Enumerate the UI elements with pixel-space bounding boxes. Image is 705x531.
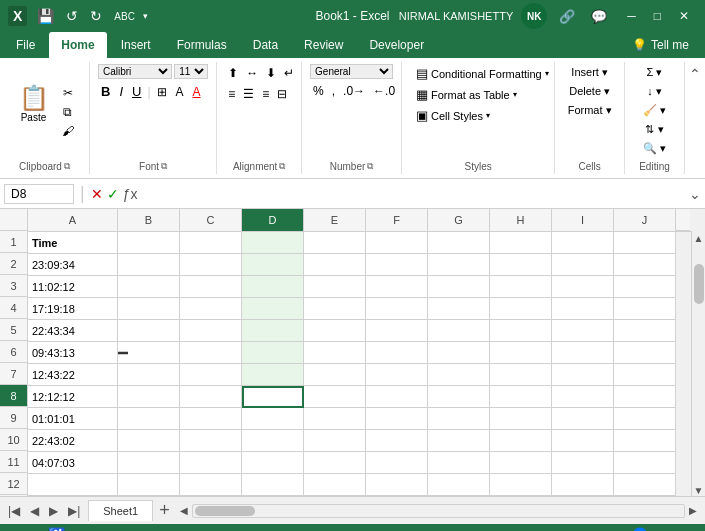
tab-review[interactable]: Review (292, 32, 355, 58)
cell-b2[interactable] (118, 254, 180, 276)
tab-home[interactable]: Home (49, 32, 106, 58)
cell-j8[interactable] (614, 386, 676, 408)
cell-a6[interactable]: 09:43:13 (28, 342, 118, 364)
cell-d5[interactable] (242, 320, 304, 342)
cell-f1[interactable] (366, 232, 428, 254)
cell-d1[interactable] (242, 232, 304, 254)
undo-button[interactable]: ↺ (62, 6, 82, 26)
cell-a2[interactable]: 23:09:34 (28, 254, 118, 276)
cell-a8[interactable]: 12:12:12 (28, 386, 118, 408)
cell-d4[interactable] (242, 298, 304, 320)
redo-button[interactable]: ↻ (86, 6, 106, 26)
comma-button[interactable]: , (329, 82, 338, 100)
cell-a1[interactable]: Time (28, 232, 118, 254)
col-header-e[interactable]: E (304, 209, 366, 231)
cell-i2[interactable] (552, 254, 614, 276)
cell-d9[interactable] (242, 408, 304, 430)
align-right-button[interactable]: ≡ (259, 85, 272, 103)
cell-i6[interactable] (552, 342, 614, 364)
cell-a7[interactable]: 12:43:22 (28, 364, 118, 386)
number-format-select[interactable]: General (310, 64, 393, 79)
format-as-table-button[interactable]: ▦ Format as Table ▾ (410, 85, 546, 104)
prev-sheet-button[interactable]: ◀ (26, 502, 43, 520)
cell-h9[interactable] (490, 408, 552, 430)
cell-a3[interactable]: 11:02:12 (28, 276, 118, 298)
font-family-select[interactable]: Calibri (98, 64, 172, 79)
minimize-button[interactable]: ─ (619, 5, 644, 27)
tab-developer[interactable]: Developer (357, 32, 436, 58)
cell-c5[interactable] (180, 320, 242, 342)
tab-insert[interactable]: Insert (109, 32, 163, 58)
cell-d10[interactable] (242, 430, 304, 452)
cell-g4[interactable] (428, 298, 490, 320)
cell-h2[interactable] (490, 254, 552, 276)
cell-f10[interactable] (366, 430, 428, 452)
cell-f6[interactable] (366, 342, 428, 364)
bold-button[interactable]: B (98, 82, 113, 101)
cell-h1[interactable] (490, 232, 552, 254)
cell-b4[interactable] (118, 298, 180, 320)
cell-g11[interactable] (428, 452, 490, 474)
cell-j12[interactable] (614, 474, 676, 496)
comments-icon[interactable]: 💬 (587, 7, 611, 26)
cell-f9[interactable] (366, 408, 428, 430)
spellcheck-button[interactable]: ABC (110, 9, 139, 24)
format-painter-button[interactable]: 🖌 (59, 122, 77, 140)
cell-g10[interactable] (428, 430, 490, 452)
cell-c2[interactable] (180, 254, 242, 276)
cell-h6[interactable] (490, 342, 552, 364)
scroll-thumb[interactable] (694, 264, 704, 304)
row-num-11[interactable]: 11 (0, 451, 27, 473)
cell-b7[interactable] (118, 364, 180, 386)
cell-h8[interactable] (490, 386, 552, 408)
clear-button[interactable]: 🧹 ▾ (637, 102, 672, 119)
col-header-h[interactable]: H (490, 209, 552, 231)
cell-g6[interactable] (428, 342, 490, 364)
tab-data[interactable]: Data (241, 32, 290, 58)
cell-e1[interactable] (304, 232, 366, 254)
cell-j10[interactable] (614, 430, 676, 452)
confirm-formula-button[interactable]: ✓ (107, 186, 119, 202)
cell-styles-button[interactable]: ▣ Cell Styles ▾ (410, 106, 546, 125)
cell-c10[interactable] (180, 430, 242, 452)
font-size-select[interactable]: 11 (174, 64, 208, 79)
cell-f2[interactable] (366, 254, 428, 276)
row-num-10[interactable]: 10 (0, 429, 27, 451)
cell-i10[interactable] (552, 430, 614, 452)
sort-filter-button[interactable]: ⇅ ▾ (639, 121, 669, 138)
cell-c8[interactable] (180, 386, 242, 408)
align-bottom-button[interactable]: ⬇ (263, 64, 279, 82)
cell-g12[interactable] (428, 474, 490, 496)
align-top-button[interactable]: ⬆ (225, 64, 241, 82)
cell-i12[interactable] (552, 474, 614, 496)
cell-e7[interactable] (304, 364, 366, 386)
cell-c11[interactable] (180, 452, 242, 474)
cell-f5[interactable] (366, 320, 428, 342)
cell-f11[interactable] (366, 452, 428, 474)
row-num-8[interactable]: 8 (0, 385, 27, 407)
cell-e12[interactable] (304, 474, 366, 496)
increase-decimal-button[interactable]: .0→ (340, 82, 368, 100)
cell-g1[interactable] (428, 232, 490, 254)
cell-a10[interactable]: 22:43:02 (28, 430, 118, 452)
row-num-2[interactable]: 2 (0, 253, 27, 275)
scroll-down-button[interactable]: ▼ (694, 485, 704, 496)
align-center-button[interactable]: ☰ (240, 85, 257, 103)
clipboard-expand-icon[interactable]: ⧉ (64, 161, 70, 172)
maximize-button[interactable]: □ (646, 5, 669, 27)
cut-button[interactable]: ✂ (59, 84, 77, 102)
sheet-tab-1[interactable]: Sheet1 (88, 500, 153, 521)
cell-e5[interactable] (304, 320, 366, 342)
cell-j4[interactable] (614, 298, 676, 320)
cell-h3[interactable] (490, 276, 552, 298)
col-header-g[interactable]: G (428, 209, 490, 231)
cell-c3[interactable] (180, 276, 242, 298)
cell-a5[interactable]: 22:43:34 (28, 320, 118, 342)
cell-c12[interactable] (180, 474, 242, 496)
cell-g5[interactable] (428, 320, 490, 342)
cell-b10[interactable] (118, 430, 180, 452)
cell-e6[interactable] (304, 342, 366, 364)
cell-i4[interactable] (552, 298, 614, 320)
number-expand-icon[interactable]: ⧉ (367, 161, 373, 172)
delete-cells-button[interactable]: Delete ▾ (563, 83, 616, 100)
